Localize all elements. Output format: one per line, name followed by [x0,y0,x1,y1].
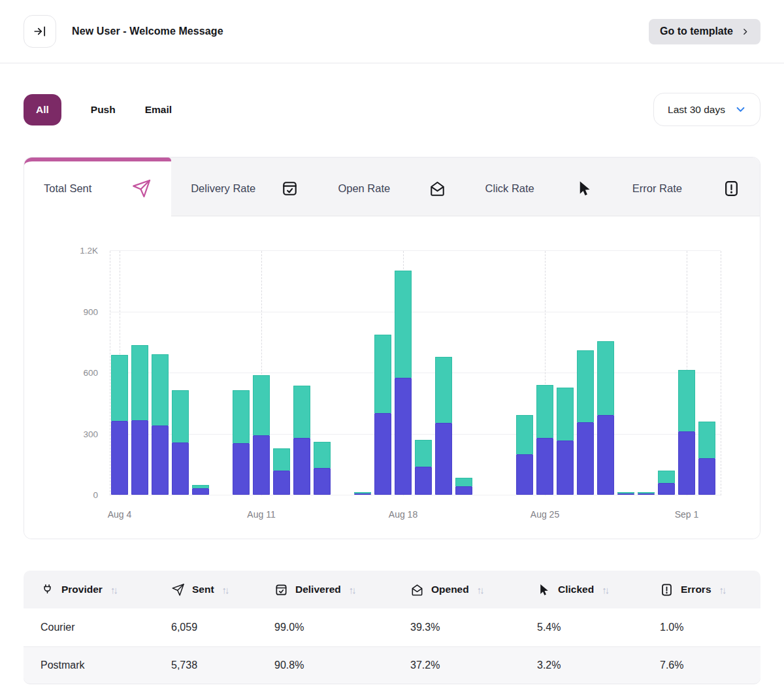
bar-day-16[interactable] [415,440,432,495]
bar-day-7[interactable] [233,390,250,495]
bar-segment-postmark [152,354,169,425]
bar-day-22[interactable] [536,385,553,495]
tab-label: Total Sent [44,182,91,195]
bar-segment-postmark [172,390,189,442]
bar-day-21[interactable] [516,415,533,495]
chevron-down-icon [735,104,746,115]
sort-icon[interactable]: ↑↓ [222,584,230,595]
bar-day-5[interactable] [192,485,209,495]
column-header-sent[interactable]: Sent↑↓ [171,583,274,597]
providers-table: Provider↑↓Sent↑↓Delivered↑↓Opened↑↓Click… [24,571,760,684]
bar-segment-postmark [415,440,432,467]
bar-day-15[interactable] [395,271,412,495]
y-tick-label: 0 [93,490,98,500]
bar-day-17[interactable] [435,357,452,495]
column-header-errors[interactable]: Errors↑↓ [660,583,760,597]
tab-delivery-rate[interactable]: Delivery Rate [171,158,318,216]
tab-label: Error Rate [632,182,682,195]
bar-day-23[interactable] [557,388,574,495]
sort-icon[interactable]: ↑↓ [719,584,727,595]
bar-segment-courier [192,488,209,495]
bar-segment-postmark [455,478,472,486]
bar-day-18[interactable] [455,478,472,495]
y-tick-label: 300 [83,429,98,439]
bar-segment-courier [233,443,250,495]
bar-segment-postmark [395,271,412,378]
sort-icon[interactable]: ↑↓ [110,584,118,595]
plot-area: 03006009001.2KAug 4Aug 11Aug 18Aug 25Sep… [110,251,721,495]
bar-segment-courier [698,458,715,495]
channel-pill-push[interactable]: Push [91,104,116,116]
bar-day-10[interactable] [293,386,310,495]
cell-provider: Postmark [41,659,171,671]
collapse-panel-button[interactable] [24,15,56,48]
y-gridline [110,434,721,435]
sort-icon[interactable]: ↑↓ [349,584,357,595]
bar-segment-courier [111,421,128,495]
bar-day-13[interactable] [354,492,371,495]
column-label: Opened [431,584,469,595]
column-header-delivered[interactable]: Delivered↑↓ [274,583,410,597]
x-tick-label: Sep 1 [675,509,699,520]
cell-provider: Courier [41,622,171,633]
cell-clicked: 3.2% [537,659,660,671]
column-header-clicked[interactable]: Clicked↑↓ [537,583,660,597]
tab-open-rate[interactable]: Open Rate [318,158,465,216]
bar-day-25[interactable] [597,341,614,495]
sort-icon[interactable]: ↑↓ [477,584,485,595]
bar-day-24[interactable] [577,350,594,495]
channel-pill-all[interactable]: All [24,94,61,125]
tab-click-rate[interactable]: Click Rate [466,158,613,216]
alert-icon [660,583,674,597]
bar-day-9[interactable] [273,448,290,495]
bar-day-30[interactable] [698,422,715,495]
bar-segment-postmark [131,345,148,420]
bar-segment-courier [415,467,432,495]
bar-segment-postmark [253,375,270,435]
channel-pill-email[interactable]: Email [145,104,172,116]
bar-segment-courier [253,435,270,495]
bar-segment-courier [374,413,391,495]
tab-total-sent[interactable]: Total Sent [24,158,171,216]
bar-segment-postmark [273,448,290,471]
bar-segment-courier [455,486,472,495]
bar-day-8[interactable] [253,375,270,495]
date-range-label: Last 30 days [668,104,725,116]
bar-segment-courier [536,438,553,495]
date-range-select[interactable]: Last 30 days [653,93,760,126]
bar-day-27[interactable] [638,492,655,495]
bar-day-1[interactable] [111,355,128,495]
table-row-postmark: Postmark5,73890.8%37.2%3.2%7.6% [24,646,760,684]
bar-segment-postmark [435,357,452,423]
column-header-opened[interactable]: Opened↑↓ [410,583,537,597]
bar-day-26[interactable] [617,492,634,495]
bar-day-3[interactable] [152,354,169,495]
bar-segment-postmark [233,390,250,443]
bar-day-11[interactable] [314,442,331,495]
table-row-courier: Courier6,05999.0%39.3%5.4%1.0% [24,608,760,646]
cursor-icon [537,583,551,597]
column-label: Errors [681,584,711,595]
bar-day-29[interactable] [678,370,695,495]
go-to-template-button[interactable]: Go to template [649,19,760,44]
cell-opened: 39.3% [410,622,537,633]
column-header-provider[interactable]: Provider↑↓ [41,583,171,597]
sort-icon[interactable]: ↑↓ [602,584,610,595]
metric-tabs: Total SentDelivery RateOpen RateClick Ra… [24,158,760,216]
bar-day-14[interactable] [374,335,391,495]
bar-day-4[interactable] [172,390,189,495]
bar-day-2[interactable] [131,345,148,495]
y-tick-label: 900 [83,307,98,317]
cursor-icon [576,180,593,197]
bar-segment-postmark [314,442,331,468]
bar-day-28[interactable] [658,471,675,495]
y-tick-label: 1.2K [80,246,98,256]
tab-error-rate[interactable]: Error Rate [613,158,760,216]
cell-sent: 5,738 [171,659,274,671]
bar-segment-courier [293,438,310,495]
bar-segment-postmark [597,341,614,415]
column-label: Provider [61,584,103,595]
column-label: Clicked [558,584,594,595]
bar-segment-courier [577,422,594,495]
y-gridline [110,250,721,251]
